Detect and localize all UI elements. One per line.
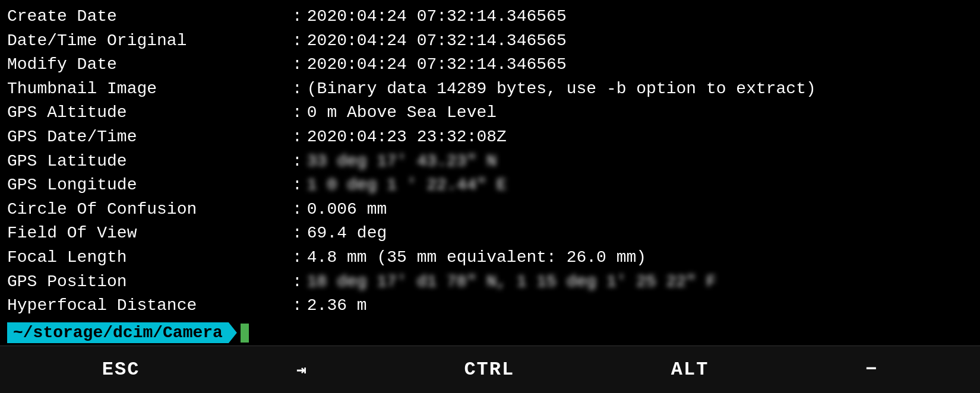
field-sep-field-of-view: : [292, 221, 302, 246]
field-value-circle-of-confusion: 0.006 mm [307, 198, 387, 222]
terminal-row-thumbnail-image: Thumbnail Image : (Binary data 14289 byt… [7, 77, 973, 102]
key-dash[interactable]: − [865, 359, 878, 381]
field-value-gps-latitude: 33 deg 17' 43.23" N [307, 150, 497, 174]
field-name-gps-latitude: GPS Latitude [7, 150, 292, 174]
field-value-gps-altitude: 0 m Above Sea Level [307, 101, 497, 125]
field-sep-thumbnail-image: : [292, 77, 302, 102]
field-value-datetime-original: 2020:04:24 07:32:14.346565 [307, 29, 567, 53]
terminal-row-gps-position: GPS Position : 18 deg 17' d1 78" N, 1 15… [7, 270, 973, 294]
field-name-modify-date: Modify Date [7, 53, 292, 77]
terminal-row-circle-of-confusion: Circle Of Confusion : 0.006 mm [7, 198, 973, 222]
field-sep-gps-latitude: : [292, 150, 302, 174]
field-name-circle-of-confusion: Circle Of Confusion [7, 198, 292, 222]
field-value-focal-length: 4.8 mm (35 mm equivalent: 26.0 mm) [307, 246, 646, 270]
field-sep-focal-length: : [292, 246, 302, 270]
field-sep-datetime-original: : [292, 29, 302, 53]
terminal-row-focal-length: Focal Length : 4.8 mm (35 mm equivalent:… [7, 246, 973, 270]
terminal-row-hyperfocal-distance: Hyperfocal Distance : 2.36 m [7, 294, 973, 318]
field-sep-hyperfocal-distance: : [292, 294, 302, 318]
cursor [241, 324, 249, 343]
terminal-output: Create Date : 2020:04:24 07:32:14.346565… [0, 0, 980, 320]
field-name-gps-longitude: GPS Longitude [7, 173, 292, 198]
field-value-field-of-view: 69.4 deg [307, 221, 387, 246]
field-value-modify-date: 2020:04:24 07:32:14.346565 [307, 53, 567, 77]
field-name-datetime-original: Date/Time Original [7, 29, 292, 53]
field-sep-create-date: : [292, 5, 302, 29]
bottom-bar: ESC ⇥ CTRL ALT − [0, 346, 980, 393]
field-name-focal-length: Focal Length [7, 246, 292, 270]
terminal-row-field-of-view: Field Of View : 69.4 deg [7, 221, 973, 246]
field-sep-circle-of-confusion: : [292, 198, 302, 222]
field-sep-gps-position: : [292, 270, 302, 294]
field-value-gps-datetime: 2020:04:23 23:32:08Z [307, 125, 507, 150]
field-value-create-date: 2020:04:24 07:32:14.346565 [307, 5, 567, 29]
field-name-create-date: Create Date [7, 5, 292, 29]
field-sep-modify-date: : [292, 53, 302, 77]
terminal-row-create-date: Create Date : 2020:04:24 07:32:14.346565 [7, 5, 973, 29]
terminal-row-gps-longitude: GPS Longitude : 1 0 deg 1 ' 22.44" E [7, 173, 973, 198]
prompt-line[interactable]: ~/storage/dcim/Camera [0, 320, 980, 346]
field-name-gps-datetime: GPS Date/Time [7, 125, 292, 150]
prompt-path: ~/storage/dcim/Camera [7, 322, 237, 343]
terminal-row-modify-date: Modify Date : 2020:04:24 07:32:14.346565 [7, 53, 973, 77]
field-sep-gps-longitude: : [292, 173, 302, 198]
terminal-row-gps-datetime: GPS Date/Time : 2020:04:23 23:32:08Z [7, 125, 973, 150]
field-value-thumbnail-image: (Binary data 14289 bytes, use -b option … [307, 77, 816, 102]
key-ctrl[interactable]: CTRL [464, 359, 514, 381]
key-alt[interactable]: ALT [671, 359, 709, 381]
terminal-row-gps-altitude: GPS Altitude : 0 m Above Sea Level [7, 101, 973, 125]
field-sep-gps-datetime: : [292, 125, 302, 150]
terminal-row-gps-latitude: GPS Latitude : 33 deg 17' 43.23" N [7, 150, 973, 174]
key-esc[interactable]: ESC [102, 359, 140, 381]
field-name-hyperfocal-distance: Hyperfocal Distance [7, 294, 292, 318]
field-name-gps-altitude: GPS Altitude [7, 101, 292, 125]
key-tab[interactable]: ⇥ [296, 360, 308, 380]
field-sep-gps-altitude: : [292, 101, 302, 125]
field-value-hyperfocal-distance: 2.36 m [307, 294, 367, 318]
field-value-gps-position: 18 deg 17' d1 78" N, 1 15 deg 1' 25 22" … [307, 270, 716, 294]
field-name-gps-position: GPS Position [7, 270, 292, 294]
terminal-row-datetime-original: Date/Time Original : 2020:04:24 07:32:14… [7, 29, 973, 53]
field-value-gps-longitude: 1 0 deg 1 ' 22.44" E [307, 173, 507, 198]
field-name-field-of-view: Field Of View [7, 221, 292, 246]
field-name-thumbnail-image: Thumbnail Image [7, 77, 292, 102]
